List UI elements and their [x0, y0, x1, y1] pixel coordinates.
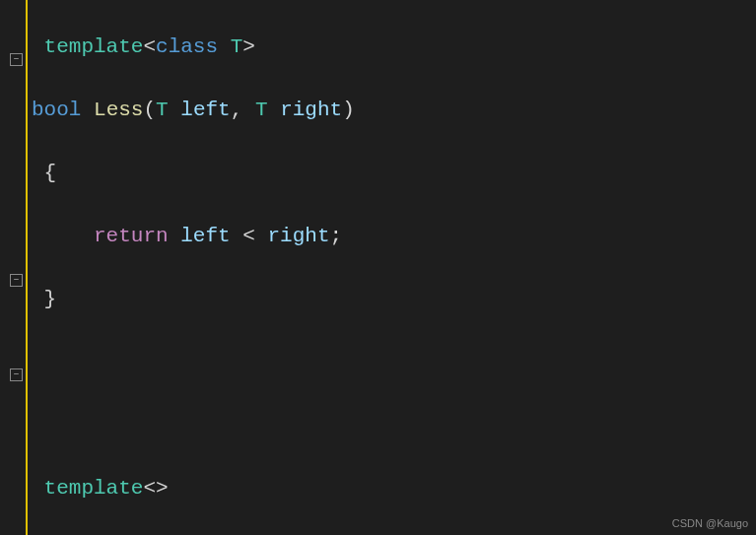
fold-gutter: − − −: [0, 0, 28, 535]
code-line: return left < right;: [32, 221, 756, 252]
code-line: template<>: [32, 473, 756, 504]
code-area[interactable]: template<class T> bool Less(T left, T ri…: [28, 0, 756, 535]
watermark: CSDN @Kaugo: [672, 517, 748, 529]
code-line: {: [32, 158, 756, 189]
brace: }: [44, 288, 57, 310]
keyword-bool: bool: [32, 99, 81, 121]
operator: <: [242, 225, 255, 247]
code-line: template<class T>: [32, 32, 756, 63]
code-editor: − − − template<class T> bool Less(T left…: [0, 0, 756, 535]
type-param: T: [156, 99, 169, 121]
type-param: T: [231, 35, 243, 58]
type-param: T: [255, 99, 268, 121]
brace: {: [44, 162, 57, 184]
keyword-template: template: [44, 35, 144, 58]
identifier: left: [180, 99, 230, 121]
code-line: [32, 410, 756, 441]
code-line: bool Less(T left, T right): [32, 95, 756, 126]
identifier: left: [180, 225, 230, 247]
identifier: right: [268, 225, 330, 247]
function-name: Less: [94, 99, 143, 121]
keyword-class: class: [156, 35, 218, 58]
fold-icon[interactable]: −: [10, 368, 23, 381]
fold-icon[interactable]: −: [10, 274, 23, 287]
keyword-template: template: [44, 477, 144, 500]
keyword-return: return: [94, 225, 169, 247]
code-line: [32, 347, 756, 378]
identifier: right: [280, 99, 342, 121]
fold-icon[interactable]: −: [10, 53, 23, 66]
code-line: }: [32, 284, 756, 315]
